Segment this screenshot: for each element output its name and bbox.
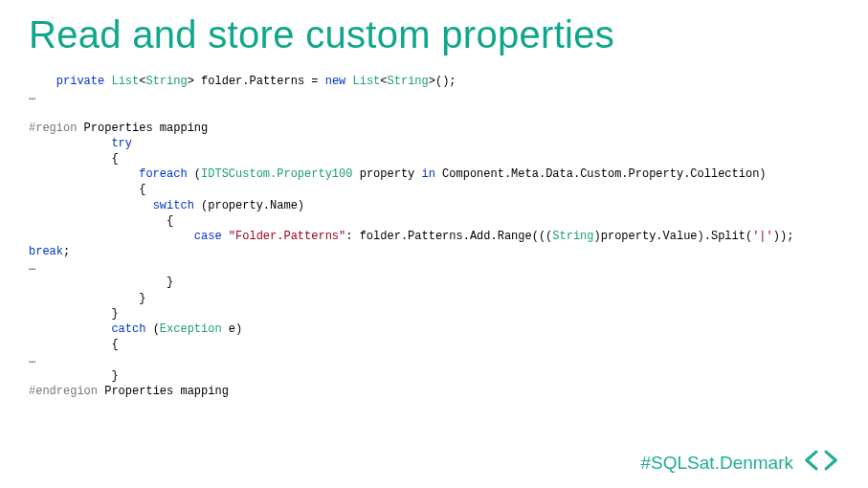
page-title: Read and store custom properties <box>29 13 839 56</box>
footer-hashtag: #SQLSat.Denmark <box>641 453 793 474</box>
code-brackets-icon <box>803 449 839 477</box>
code-block: private List<String> folder.Patterns = n… <box>29 74 839 399</box>
slide-footer: #SQLSat.Denmark <box>641 449 839 477</box>
